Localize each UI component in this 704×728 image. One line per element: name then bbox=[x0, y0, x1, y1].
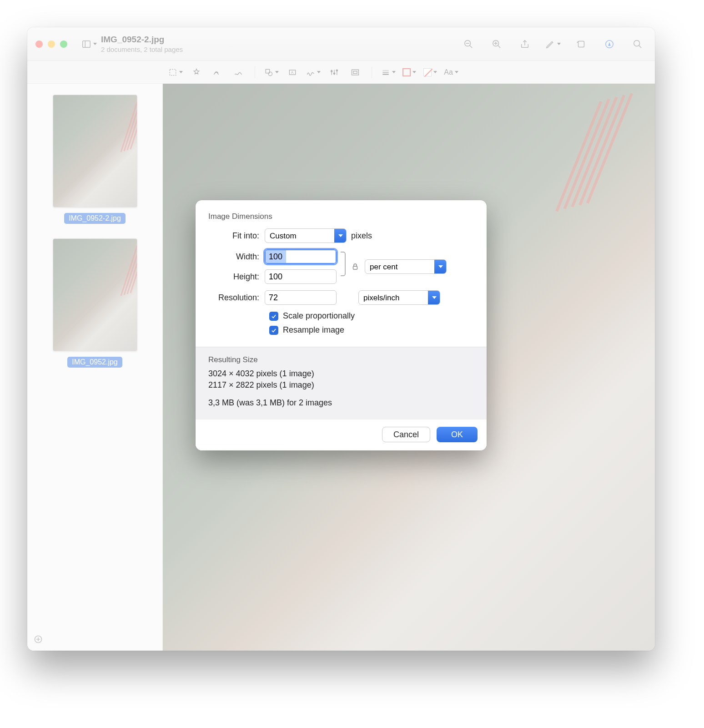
scale-proportionally-label: Scale proportionally bbox=[283, 311, 355, 321]
result-line-2: 2117 × 2822 pixels (1 image) bbox=[208, 380, 474, 390]
height-input[interactable] bbox=[265, 269, 337, 284]
dialog-section-title: Image Dimensions bbox=[208, 212, 474, 221]
resample-image-checkbox[interactable] bbox=[269, 326, 278, 335]
cancel-button[interactable]: Cancel bbox=[382, 427, 430, 442]
resolution-unit-select[interactable]: pixels/inch bbox=[358, 290, 440, 305]
resulting-size-section: Resulting Size 3024 × 4032 pixels (1 ima… bbox=[196, 347, 487, 420]
link-bracket-icon bbox=[339, 250, 349, 278]
resolution-input[interactable] bbox=[265, 290, 337, 305]
result-line-3: 3,3 MB (was 3,1 MB) for 2 images bbox=[208, 398, 474, 408]
resample-image-label: Resample image bbox=[283, 325, 344, 335]
adjust-size-dialog: Image Dimensions Fit into: Custom pixels… bbox=[196, 200, 487, 450]
result-line-1: 3024 × 4032 pixels (1 image) bbox=[208, 369, 474, 379]
fit-into-select[interactable]: Custom bbox=[265, 228, 347, 243]
height-label: Height: bbox=[208, 272, 265, 282]
width-input[interactable] bbox=[265, 249, 337, 264]
scale-proportionally-checkbox[interactable] bbox=[269, 312, 278, 321]
app-window: IMG_0952-2.jpg 2 documents, 2 total page… bbox=[27, 27, 655, 651]
svg-rect-32 bbox=[353, 266, 357, 269]
wh-unit-select[interactable]: per cent bbox=[365, 259, 447, 274]
resolution-label: Resolution: bbox=[208, 293, 265, 303]
width-label: Width: bbox=[208, 252, 265, 262]
fit-into-unit: pixels bbox=[351, 231, 372, 241]
resulting-size-title: Resulting Size bbox=[208, 355, 474, 364]
ok-button[interactable]: OK bbox=[437, 427, 478, 442]
fit-into-label: Fit into: bbox=[208, 231, 265, 241]
lock-icon[interactable] bbox=[350, 262, 360, 272]
